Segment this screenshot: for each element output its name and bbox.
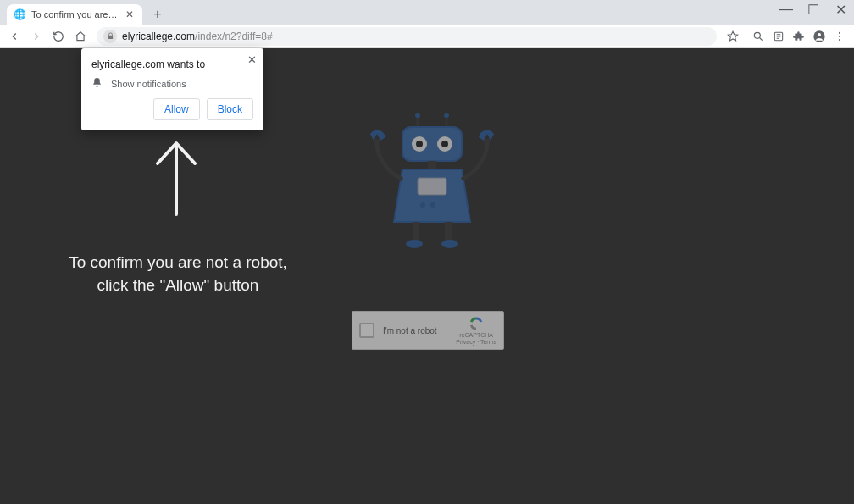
svg-point-23 bbox=[441, 240, 458, 248]
svg-rect-11 bbox=[402, 127, 462, 161]
svg-rect-20 bbox=[413, 222, 419, 241]
new-tab-button[interactable]: + bbox=[147, 4, 168, 25]
svg-point-21 bbox=[406, 240, 423, 248]
extensions-icon[interactable] bbox=[790, 27, 808, 46]
svg-point-10 bbox=[444, 113, 449, 118]
recaptcha-logo: reCAPTCHA Privacy · Terms bbox=[456, 316, 496, 345]
svg-rect-17 bbox=[418, 178, 446, 195]
recaptcha-checkbox[interactable] bbox=[359, 323, 374, 338]
popup-close-icon[interactable]: ✕ bbox=[247, 53, 257, 66]
search-icon[interactable] bbox=[749, 27, 768, 46]
svg-rect-22 bbox=[445, 222, 452, 241]
svg-point-13 bbox=[416, 141, 423, 147]
svg-rect-16 bbox=[428, 161, 436, 169]
titlebar: 🌐 To confirm you are not a robot, c ✕ + … bbox=[0, 0, 854, 25]
reload-button[interactable] bbox=[49, 27, 68, 46]
svg-point-6 bbox=[839, 39, 840, 41]
star-icon[interactable] bbox=[724, 27, 742, 46]
menu-icon[interactable] bbox=[830, 27, 849, 46]
toolbar: elyricallege.com/index/n2?diff=8# bbox=[0, 25, 854, 48]
robot-image bbox=[352, 112, 513, 273]
reader-icon[interactable] bbox=[769, 27, 788, 46]
page-content: ✕ elyricallege.com wants to Show notific… bbox=[0, 48, 854, 504]
block-button[interactable]: Block bbox=[207, 98, 253, 120]
globe-icon: 🌐 bbox=[14, 8, 26, 20]
recaptcha-legal: Privacy · Terms bbox=[456, 339, 496, 346]
home-button[interactable] bbox=[71, 27, 90, 46]
browser-tab[interactable]: 🌐 To confirm you are not a robot, c ✕ bbox=[7, 4, 142, 25]
popup-permission-row: Show notifications bbox=[92, 77, 253, 90]
notification-popup: ✕ elyricallege.com wants to Show notific… bbox=[81, 48, 263, 130]
close-window-button[interactable]: ✕ bbox=[827, 0, 854, 19]
lock-icon[interactable] bbox=[103, 30, 117, 43]
bell-icon bbox=[92, 77, 103, 90]
arrow-up-icon bbox=[152, 140, 200, 216]
tab-title: To confirm you are not a robot, c bbox=[31, 9, 119, 19]
url-text: elyricallege.com/index/n2?diff=8# bbox=[122, 30, 273, 42]
recaptcha-label: I'm not a robot bbox=[383, 326, 447, 335]
back-button[interactable] bbox=[5, 27, 24, 46]
svg-point-5 bbox=[839, 35, 840, 36]
svg-point-18 bbox=[420, 202, 425, 208]
instruction-line2: click the "Allow" button bbox=[42, 274, 313, 297]
window-controls: — ☐ ✕ bbox=[773, 0, 854, 19]
instruction-line1: To confirm you are not a robot, bbox=[42, 252, 313, 274]
svg-point-0 bbox=[754, 32, 760, 38]
popup-origin: elyricallege.com wants to bbox=[92, 58, 253, 70]
popup-permission-text: Show notifications bbox=[111, 79, 186, 89]
svg-point-8 bbox=[415, 113, 420, 118]
url-path: /index/n2?diff=8# bbox=[195, 30, 273, 42]
svg-point-15 bbox=[441, 141, 448, 147]
url-domain: elyricallege.com bbox=[122, 30, 195, 42]
allow-button[interactable]: Allow bbox=[153, 98, 200, 120]
svg-point-19 bbox=[430, 202, 435, 208]
close-tab-icon[interactable]: ✕ bbox=[124, 8, 136, 20]
svg-point-3 bbox=[818, 33, 821, 36]
recaptcha-brand: reCAPTCHA bbox=[456, 332, 496, 339]
address-bar[interactable]: elyricallege.com/index/n2?diff=8# bbox=[97, 27, 717, 46]
svg-point-4 bbox=[839, 31, 840, 33]
profile-icon[interactable] bbox=[810, 27, 829, 46]
maximize-button[interactable]: ☐ bbox=[800, 0, 827, 19]
recaptcha-widget: I'm not a robot reCAPTCHA Privacy · Term… bbox=[352, 311, 504, 350]
instruction-text: To confirm you are not a robot, click th… bbox=[42, 252, 313, 296]
forward-button[interactable] bbox=[27, 27, 46, 46]
minimize-button[interactable]: — bbox=[773, 0, 800, 19]
